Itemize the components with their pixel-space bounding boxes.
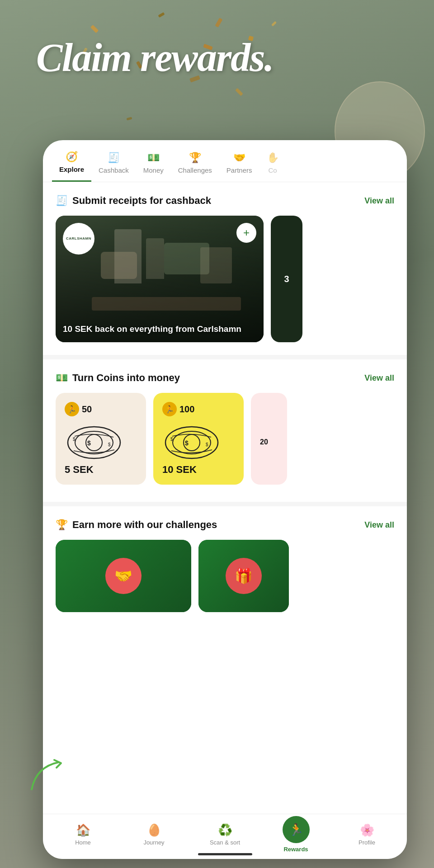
challenge-inner-1: 🤝 (56, 540, 191, 612)
co-icon: ✋ (267, 152, 279, 164)
svg-text:$: $ (73, 437, 75, 442)
phone-card: 🧭 Explore 🧾 Cashback 💵 Money 🏆 Challenge… (43, 140, 407, 859)
coin-card-5sek[interactable]: 🏃 50 $ $ $ 5 SEK (56, 393, 146, 485)
food-illustration (92, 225, 241, 315)
svg-text:$: $ (87, 439, 91, 447)
nav-scan[interactable]: ♻️ Scan & sort (189, 823, 260, 846)
coins-section: 💵 Turn Coins into money View all 🏃 50 (43, 359, 407, 489)
nav-home[interactable]: 🏠 Home (47, 823, 118, 846)
section-divider-2 (43, 502, 407, 506)
challenge-cards-container: 🤝 🎁 (56, 540, 394, 612)
partners-icon: 🤝 (233, 152, 245, 164)
tab-money-label: Money (143, 166, 164, 174)
tab-explore-label: Explore (59, 165, 84, 173)
challenges-section-title: 🏆 Earn more with our challenges (56, 519, 217, 531)
coin-card-10sek[interactable]: 🏃 100 $ $ $ 10 SEK (153, 393, 244, 485)
top-tab-bar: 🧭 Explore 🧾 Cashback 💵 Money 🏆 Challenge… (43, 140, 407, 182)
coin-amount-5sek: 5 SEK (65, 464, 137, 476)
journey-nav-icon: 🥚 (147, 823, 161, 837)
brand-logo: CARLSHAMN (63, 223, 94, 255)
arrow-decoration (27, 758, 63, 796)
svg-text:$: $ (108, 442, 111, 447)
coin-count-50: 50 (82, 404, 92, 415)
profile-nav-icon: 🌸 (360, 823, 374, 837)
tab-partners[interactable]: 🤝 Partners (219, 152, 259, 181)
add-cashback-button[interactable]: + (236, 223, 256, 243)
cashback-icon: 🧾 (108, 152, 120, 164)
coin-peek-text: 20 (260, 438, 278, 446)
explore-icon: 🧭 (66, 151, 78, 163)
nav-scan-label: Scan & sort (210, 839, 240, 846)
svg-text:$: $ (170, 437, 173, 442)
svg-text:$: $ (185, 439, 189, 447)
challenges-section-header: 🏆 Earn more with our challenges View all (56, 519, 394, 531)
coins-view-all[interactable]: View all (364, 373, 394, 383)
scan-nav-icon: ♻️ (218, 823, 232, 837)
coin-icon-2: 🏃 (162, 402, 177, 416)
money-illustration-2: $ $ $ (162, 424, 221, 462)
challenge-inner-2: 🎁 (198, 540, 289, 612)
svg-text:$: $ (206, 442, 208, 447)
cashback-view-all[interactable]: View all (364, 196, 394, 206)
cashback-section-title: 🧾 Submit receipts for cashback (56, 195, 211, 207)
tab-co-label: Co (268, 166, 277, 174)
tab-challenges-label: Challenges (178, 166, 212, 174)
coin-count-100: 100 (179, 404, 194, 415)
coin-icon-1: 🏃 (65, 402, 79, 416)
tab-co[interactable]: ✋ Co (259, 152, 286, 181)
coin-card-20sek-peek[interactable]: 20 (251, 393, 287, 485)
coins-cards-container: 🏃 50 $ $ $ 5 SEK (56, 393, 394, 489)
section-divider-1 (43, 355, 407, 359)
main-scroll-content: 🧾 Submit receipts for cashback View all (43, 182, 407, 820)
next-cashback-card[interactable]: 3 (271, 216, 302, 342)
tab-money[interactable]: 💵 Money (136, 152, 171, 181)
nav-profile[interactable]: 🌸 Profile (331, 823, 402, 846)
cashback-cards-container: CARLSHAMN + 10 SEK back on everything fr… (56, 216, 394, 342)
carlshamn-cashback-card[interactable]: CARLSHAMN + 10 SEK back on everything fr… (56, 216, 264, 342)
tab-explore[interactable]: 🧭 Explore (52, 151, 91, 182)
challenges-view-all[interactable]: View all (364, 520, 394, 530)
nav-journey[interactable]: 🥚 Journey (118, 823, 189, 846)
home-nav-icon: 🏠 (76, 823, 90, 837)
cashback-section: 🧾 Submit receipts for cashback View all (43, 182, 407, 342)
receipt-icon: 🧾 (56, 195, 68, 207)
nav-journey-label: Journey (143, 839, 164, 846)
hero-title: Claim rewards. (36, 36, 274, 80)
challenge-badge-2: 🎁 (226, 558, 262, 594)
trophy-icon: 🏆 (56, 519, 68, 531)
challenge-card-2[interactable]: 🎁 (198, 540, 289, 612)
coins-icon: 💵 (56, 372, 68, 384)
coins-section-header: 💵 Turn Coins into money View all (56, 372, 394, 384)
coin-badge-50: 🏃 50 (65, 402, 137, 416)
challenge-card-1[interactable]: 🤝 (56, 540, 191, 612)
money-illustration-1: $ $ $ (65, 424, 123, 462)
coin-amount-10sek: 10 SEK (162, 464, 235, 476)
tab-challenges[interactable]: 🏆 Challenges (171, 152, 219, 181)
challenge-badge-1: 🤝 (105, 558, 142, 594)
cashback-section-header: 🧾 Submit receipts for cashback View all (56, 195, 394, 207)
tab-partners-label: Partners (226, 166, 252, 174)
nav-rewards[interactable]: 🏃 Rewards (260, 816, 331, 853)
nav-home-label: Home (75, 839, 91, 846)
tab-cashback-label: Cashback (99, 166, 129, 174)
coins-section-title: 💵 Turn Coins into money (56, 372, 180, 384)
money-icon: 💵 (147, 152, 160, 164)
nav-rewards-label: Rewards (283, 846, 308, 853)
coin-badge-100: 🏃 100 (162, 402, 235, 416)
challenges-section: 🏆 Earn more with our challenges View all… (43, 506, 407, 612)
rewards-nav-button[interactable]: 🏃 (283, 816, 310, 843)
scroll-spacer (43, 612, 407, 630)
challenges-icon: 🏆 (189, 152, 201, 164)
home-indicator (198, 853, 252, 855)
cashback-card-text: 10 SEK back on everything from Carlshamn (63, 324, 256, 335)
tab-cashback[interactable]: 🧾 Cashback (91, 152, 136, 181)
bottom-nav-bar: 🏠 Home 🥚 Journey ♻️ Scan & sort 🏃 Reward… (43, 814, 407, 859)
nav-profile-label: Profile (359, 839, 375, 846)
